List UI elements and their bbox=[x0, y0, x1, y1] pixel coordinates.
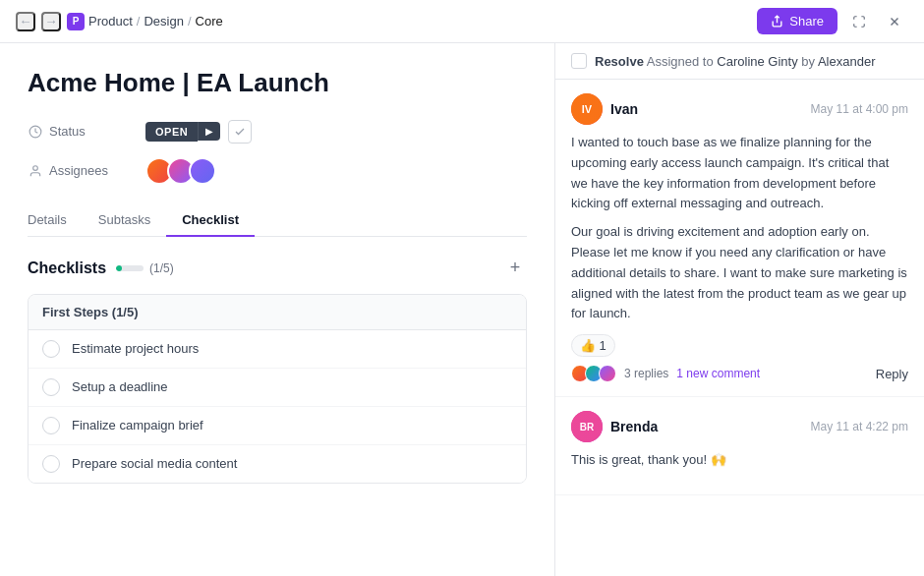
comment-header-brenda: BR Brenda May 11 at 4:22 pm bbox=[571, 411, 908, 442]
comment-time-brenda: May 11 at 4:22 pm bbox=[811, 420, 908, 433]
comment-body-ivan: I wanted to touch base as we finalize pl… bbox=[571, 133, 908, 324]
group-progress: (1/5) bbox=[112, 305, 139, 319]
tabs: Details Subtasks Checklist bbox=[28, 204, 527, 237]
replies-text: 3 replies bbox=[624, 367, 668, 380]
assignees-list[interactable] bbox=[145, 157, 216, 185]
breadcrumb-core[interactable]: Core bbox=[196, 14, 223, 29]
reply-button-ivan[interactable]: Reply bbox=[876, 367, 908, 381]
comment-time-ivan: May 11 at 4:00 pm bbox=[811, 102, 908, 116]
add-checklist-button[interactable]: + bbox=[503, 257, 527, 280]
breadcrumb-sep-2: / bbox=[188, 14, 192, 29]
expand-icon bbox=[852, 15, 866, 29]
author-name-ivan: Ivan bbox=[610, 101, 638, 117]
status-label: Status bbox=[28, 124, 145, 140]
forward-button[interactable]: → bbox=[41, 12, 61, 31]
breadcrumb-product[interactable]: Product bbox=[88, 14, 133, 29]
close-button[interactable] bbox=[881, 8, 908, 35]
comment-footer-ivan: 3 replies 1 new comment Reply bbox=[571, 365, 908, 382]
svg-point-3 bbox=[33, 166, 38, 171]
comment-brenda: BR Brenda May 11 at 4:22 pm This is grea… bbox=[555, 397, 924, 495]
checklists-title: Checklists bbox=[28, 259, 106, 277]
topbar-left: ← → P Product / Design / Core bbox=[16, 12, 223, 31]
share-icon bbox=[771, 15, 783, 28]
breadcrumb: P Product / Design / Core bbox=[67, 13, 223, 30]
comment-author-ivan: IV Ivan bbox=[571, 93, 638, 125]
status-badge: OPEN ▶ bbox=[145, 120, 252, 144]
progress-bar-container: (1/5) bbox=[116, 261, 174, 275]
progress-text: (1/5) bbox=[149, 261, 174, 275]
checklists-header: Checklists (1/5) + bbox=[28, 257, 527, 280]
assignees-label: Assignees bbox=[28, 163, 145, 179]
main-layout: Acme Home | EA Launch Status OPEN ▶ bbox=[0, 43, 924, 576]
status-open-label[interactable]: OPEN bbox=[145, 122, 198, 142]
avatar-ivan: IV bbox=[571, 93, 603, 125]
checklist-check-3[interactable] bbox=[42, 455, 60, 473]
app-icon: P bbox=[67, 13, 85, 30]
breadcrumb-sep-1: / bbox=[137, 14, 141, 29]
assignees-icon bbox=[28, 163, 43, 179]
resolve-label: Resolve Assigned to Caroline Ginty by Al… bbox=[595, 54, 875, 69]
checklist-item-2: Finalize campaign brief bbox=[29, 407, 526, 445]
checklist-check-0[interactable] bbox=[42, 340, 60, 358]
resolve-bar: Resolve Assigned to Caroline Ginty by Al… bbox=[555, 43, 924, 80]
status-dropdown-arrow[interactable]: ▶ bbox=[198, 122, 220, 141]
reply-avatar-3 bbox=[599, 365, 616, 382]
status-check-button[interactable] bbox=[228, 120, 252, 144]
topbar-right: Share bbox=[757, 8, 908, 35]
tab-checklist[interactable]: Checklist bbox=[166, 204, 255, 237]
checklist-item-3: Prepare social media content bbox=[29, 445, 526, 483]
status-row: Status OPEN ▶ bbox=[28, 120, 527, 144]
comment-ivan: IV Ivan May 11 at 4:00 pm I wanted to to… bbox=[555, 80, 924, 397]
progress-fill bbox=[116, 265, 122, 271]
back-button[interactable]: ← bbox=[16, 12, 35, 31]
author-name-brenda: Brenda bbox=[610, 419, 658, 434]
reply-avatars bbox=[571, 365, 616, 382]
comment-author-brenda: BR Brenda bbox=[571, 411, 658, 442]
avatar-brenda: BR bbox=[571, 411, 603, 442]
checklists-title-area: Checklists (1/5) bbox=[28, 259, 174, 277]
checklist-item-text-2: Finalize campaign brief bbox=[72, 418, 203, 432]
assignees-row: Assignees bbox=[28, 157, 527, 185]
svg-text:BR: BR bbox=[580, 422, 595, 432]
checklist-item-text-1: Setup a deadline bbox=[72, 379, 168, 394]
topbar: ← → P Product / Design / Core Share bbox=[0, 0, 924, 43]
svg-text:IV: IV bbox=[582, 103, 593, 115]
comment-header-ivan: IV Ivan May 11 at 4:00 pm bbox=[571, 93, 908, 125]
status-icon bbox=[28, 124, 43, 140]
right-panel: Resolve Assigned to Caroline Ginty by Al… bbox=[555, 43, 924, 576]
expand-button[interactable] bbox=[845, 8, 873, 35]
new-comment-badge[interactable]: 1 new comment bbox=[676, 367, 760, 380]
avatar-3[interactable] bbox=[189, 157, 216, 185]
tab-details[interactable]: Details bbox=[28, 204, 83, 237]
reaction-button-ivan[interactable]: 👍 1 bbox=[571, 334, 615, 357]
breadcrumb-design[interactable]: Design bbox=[144, 14, 183, 29]
checklist-group-header: First Steps (1/5) bbox=[29, 295, 526, 330]
close-icon bbox=[888, 15, 901, 29]
checklist-item-text-0: Estimate project hours bbox=[72, 341, 199, 356]
progress-bar bbox=[116, 265, 144, 271]
comments-area: IV Ivan May 11 at 4:00 pm I wanted to to… bbox=[555, 80, 924, 576]
resolve-checkbox[interactable] bbox=[571, 53, 587, 69]
checklist-item-1: Setup a deadline bbox=[29, 369, 526, 407]
checklist-check-2[interactable] bbox=[42, 417, 60, 434]
tab-subtasks[interactable]: Subtasks bbox=[83, 204, 166, 237]
share-button[interactable]: Share bbox=[757, 8, 837, 34]
checklist-group: First Steps (1/5) Estimate project hours… bbox=[28, 294, 527, 484]
group-name: First Steps bbox=[42, 305, 108, 319]
comment-body-brenda: This is great, thank you! 🙌 bbox=[571, 450, 908, 471]
checklist-item-text-3: Prepare social media content bbox=[72, 456, 237, 471]
left-panel: Acme Home | EA Launch Status OPEN ▶ bbox=[0, 43, 555, 576]
checklist-item-0: Estimate project hours bbox=[29, 330, 526, 369]
comment-footer-left: 3 replies 1 new comment bbox=[571, 365, 760, 382]
task-title: Acme Home | EA Launch bbox=[28, 67, 527, 100]
checklist-check-1[interactable] bbox=[42, 378, 60, 396]
